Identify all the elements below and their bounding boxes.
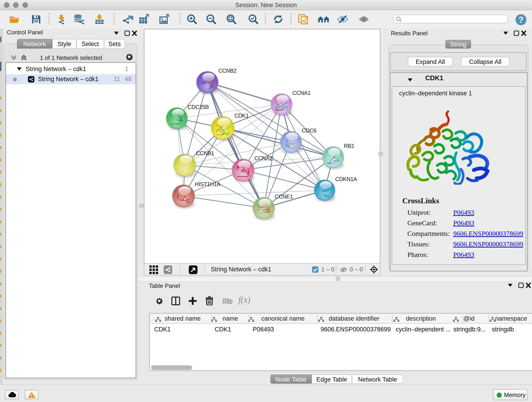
svg-text:CCNA2: CCNA2 (254, 155, 272, 161)
svg-text:CDC25B: CDC25B (188, 104, 209, 110)
svg-text:RB1: RB1 (344, 143, 355, 149)
svg-text:HIST1H1A: HIST1H1A (195, 181, 220, 187)
svg-text:CDKN1A: CDKN1A (335, 176, 357, 182)
svg-text:CCNA1: CCNA1 (292, 90, 310, 96)
svg-text:CCNB2: CCNB2 (218, 68, 236, 74)
svg-text:CCNE1: CCNE1 (275, 193, 293, 200)
svg-text:CDC6: CDC6 (302, 128, 317, 134)
svg-text:CCNB1: CCNB1 (196, 150, 214, 156)
svg-text:CDK1: CDK1 (234, 113, 249, 119)
svg-text:?: ? (519, 15, 524, 25)
